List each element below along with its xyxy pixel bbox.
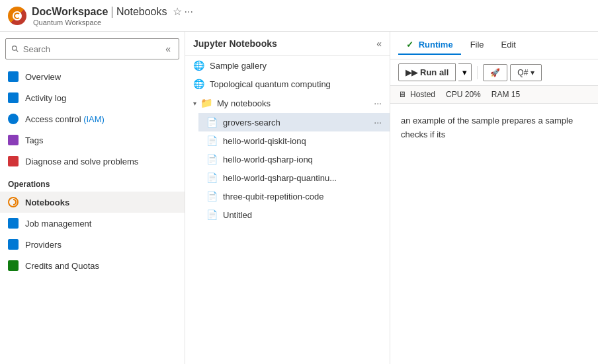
access-icon [8,114,19,124]
sidebar: « Overview Activity log Access control (… [0,32,185,364]
sidebar-collapse-button[interactable]: « [163,42,173,55]
sidebar-item-label: Notebooks [25,198,69,207]
sidebar-nav: Overview Activity log Access control (IA… [0,66,185,364]
qsharp-button[interactable]: Q# ▾ [510,64,542,81]
sidebar-item-label: Diagnose and solve problems [25,157,138,166]
jobs-icon [8,218,19,229]
hello-world-qsharp-item[interactable]: 📄 hello-world-qsharp-ionq [198,150,390,168]
check-icon: ✓ [406,40,413,50]
dropdown-icon: ▾ [531,68,534,77]
sidebar-item-job-management[interactable]: Job management [0,213,185,234]
middle-header: Jupyter Notebooks « [185,32,390,56]
item-more-icon[interactable]: ··· [374,117,382,127]
app-subtitle: Notebooks [116,6,167,18]
cpu-status: CPU 20% [446,90,481,99]
folder-icon: 📁 [200,97,213,109]
star-icon[interactable]: ☆ [173,5,182,18]
three-qubit-item[interactable]: 📄 three-qubit-repetition-code [198,187,390,205]
chevron-down-icon: ▾ [462,67,467,77]
diagnose-icon [8,156,19,166]
ram-status: RAM 15 [491,90,520,99]
notebook-content: an example of the sample prepares a samp… [390,104,598,364]
run-all-label: Run all [420,67,448,77]
tab-runtime[interactable]: ✓ Runtime [398,36,461,55]
title-group: DocWorkspace | Notebooks ☆ ··· Quantum W… [32,5,193,26]
file-icon: 📄 [206,117,218,127]
jupyter-notebooks-title: Jupyter Notebooks [193,38,374,49]
sidebar-item-label: Credits and Quotas [25,261,99,271]
tree-item-label: Topological quantum computing [210,79,331,89]
middle-content: 🌐 Sample gallery 🌐 Topological quantum c… [185,56,390,364]
monitor-icon: 🖥 [398,90,406,99]
search-box[interactable]: « [5,38,179,59]
folder-more-icon[interactable]: ··· [374,98,382,108]
sidebar-item-access-control[interactable]: Access control (IAM) [0,108,185,129]
sidebar-item-label: Access control (IAM) [25,114,105,124]
operations-section-label: Operations [0,172,185,192]
rocket-icon: 🚀 [490,68,500,77]
my-notebooks-children: 📄 grovers-search ··· 📄 hello-world-qiski… [185,113,390,224]
sidebar-item-overview[interactable]: Overview [0,66,185,87]
notebooks-icon [8,197,19,207]
topbar: DocWorkspace | Notebooks ☆ ··· Quantum W… [0,0,598,32]
tree-item-label: hello-world-qiskit-ionq [223,136,306,146]
sidebar-item-diagnose[interactable]: Diagnose and solve problems [0,151,185,172]
qsharp-label: Q# [517,68,528,77]
file-icon: 📄 [206,209,218,220]
tab-edit[interactable]: Edit [493,36,524,55]
tree-item-label: grovers-search [223,118,280,127]
untitled-item[interactable]: 📄 Untitled [198,205,390,224]
globe-icon: 🌐 [193,60,204,71]
sidebar-item-label: Job management [25,219,91,229]
file-icon: 📄 [206,154,218,164]
sidebar-item-label: Activity log [25,93,66,103]
globe-icon: 🌐 [193,79,204,89]
run-toolbar: ▶▶ Run all ▾ 🚀 Q# ▾ [390,59,598,86]
more-icon[interactable]: ··· [185,6,193,18]
my-notebooks-label: My notebooks [217,98,370,108]
hello-world-qsharp-q-item[interactable]: 📄 hello-world-qsharp-quantinu... [198,168,390,187]
activity-icon [8,92,19,103]
sidebar-item-credits[interactable]: Credits and Quotas [0,255,185,276]
my-notebooks-header[interactable]: ▾ 📁 My notebooks ··· [185,93,390,113]
sidebar-item-activity-log[interactable]: Activity log [0,87,185,108]
search-icon [11,44,19,54]
sidebar-item-label: Tags [25,135,43,145]
sidebar-item-label: Providers [25,240,62,250]
hello-world-qiskit-item[interactable]: 📄 hello-world-qiskit-ionq [198,131,390,150]
run-all-icon: ▶▶ [406,68,417,77]
tree-item-label: Untitled [223,210,252,220]
run-all-button[interactable]: ▶▶ Run all [398,63,456,81]
credits-icon [8,260,19,271]
grovers-search-item[interactable]: 📄 grovers-search ··· [198,113,390,131]
sample-gallery-item[interactable]: 🌐 Sample gallery [185,56,390,75]
title-separator: | [110,5,114,18]
hosted-label: Hosted [410,90,435,99]
sidebar-item-notebooks[interactable]: Notebooks [0,192,185,213]
notebooks-svg-icon [8,197,19,207]
right-panel: ✓ Runtime File Edit ▶▶ Run all ▾ 🚀 [390,32,598,364]
toolbar-separator [477,66,478,79]
svg-point-0 [12,46,17,51]
app-title: DocWorkspace [32,6,108,18]
tab-label: File [470,40,484,50]
tree-item-label: hello-world-qsharp-quantinu... [223,173,337,183]
sidebar-item-providers[interactable]: Providers [0,234,185,255]
chevron-down-icon: ▾ [193,100,196,107]
file-icon: 📄 [206,135,218,146]
tab-file[interactable]: File [462,36,492,55]
run-dropdown-button[interactable]: ▾ [458,63,472,81]
search-input[interactable] [23,44,159,54]
topological-item[interactable]: 🌐 Topological quantum computing [185,75,390,93]
logo-c [14,13,21,19]
middle-collapse-button[interactable]: « [376,38,382,49]
svg-line-1 [16,50,18,52]
iam-link: (IAM) [83,114,105,124]
tab-label: Edit [501,40,516,50]
sidebar-item-tags[interactable]: Tags [0,129,185,151]
my-notebooks-folder: ▾ 📁 My notebooks ··· 📄 grovers-search ··… [185,93,390,224]
right-tabs: ✓ Runtime File Edit [390,32,598,59]
tree-item-label: three-qubit-repetition-code [223,192,323,201]
rocket-button[interactable]: 🚀 [483,64,507,81]
tree-item-label: Sample gallery [210,61,267,71]
